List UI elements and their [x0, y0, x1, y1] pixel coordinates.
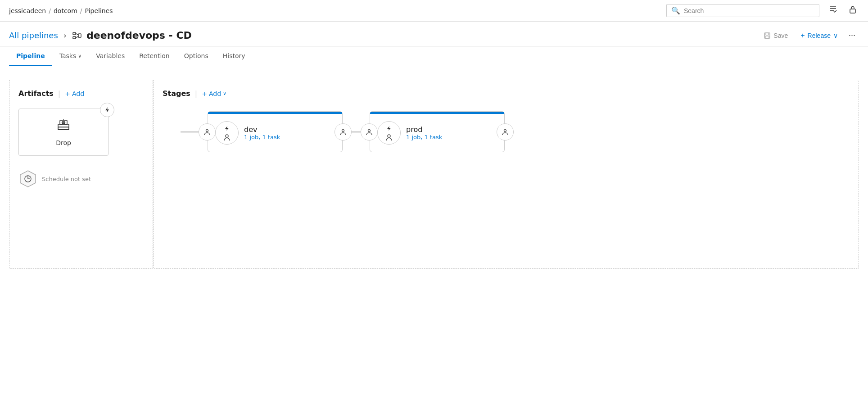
svg-rect-15: [64, 121, 67, 124]
search-box[interactable]: 🔍: [666, 4, 819, 17]
svg-line-7: [76, 33, 78, 35]
artifacts-header: Artifacts | + Add: [18, 89, 144, 98]
dev-post-deploy-button[interactable]: [335, 123, 352, 141]
save-label: Save: [773, 32, 788, 39]
dev-stage-wrapper: dev 1 job, 1 task: [208, 111, 343, 152]
page-header-right: Save + Release ∨ ···: [758, 28, 859, 43]
release-chevron-icon: ∨: [833, 32, 838, 39]
svg-rect-5: [73, 36, 76, 39]
artifact-lightning-badge[interactable]: [100, 103, 114, 117]
topbar: jessicadeen / dotcom / Pipelines 🔍: [0, 0, 868, 22]
svg-rect-13: [58, 127, 69, 130]
svg-rect-14: [60, 121, 63, 124]
stages-panel: Stages | + Add ∨: [153, 80, 859, 269]
release-button[interactable]: + Release ∨: [795, 29, 843, 42]
pipeline-title: deenofdevops - CD: [86, 30, 192, 41]
svg-marker-23: [225, 126, 229, 131]
breadcrumb-page[interactable]: Pipelines: [85, 7, 113, 14]
stages-header: Stages | + Add ∨: [163, 89, 850, 98]
artifacts-add-plus-icon: +: [65, 90, 70, 97]
stages-divider: |: [195, 89, 197, 98]
dev-pre-deploy-button[interactable]: [199, 123, 216, 141]
artifact-name: Drop: [56, 139, 71, 146]
breadcrumb-sep1: /: [49, 7, 51, 14]
release-plus-icon: +: [800, 32, 805, 40]
tab-history[interactable]: History: [216, 47, 253, 66]
svg-point-26: [342, 129, 344, 132]
dev-stage-meta[interactable]: 1 job, 1 task: [244, 134, 335, 141]
prod-post-deploy-button[interactable]: [497, 123, 514, 141]
artifacts-title: Artifacts: [18, 89, 54, 98]
stages-title: Stages: [163, 89, 190, 98]
prod-stage-meta[interactable]: 1 job, 1 task: [406, 134, 497, 141]
lock-icon-button[interactable]: [846, 3, 859, 18]
tab-retention[interactable]: Retention: [132, 47, 177, 66]
svg-rect-4: [73, 32, 76, 35]
page-header: All pipelines › deenofdevops - CD Save +…: [0, 22, 868, 47]
artifact-card-wrapper: Drop: [18, 109, 108, 165]
artifacts-panel: Artifacts | + Add: [9, 80, 153, 269]
prod-stage-card[interactable]: prod 1 job, 1 task: [370, 111, 505, 152]
prod-stage-name: prod: [406, 125, 497, 134]
svg-marker-27: [387, 126, 391, 131]
svg-point-29: [368, 129, 371, 132]
breadcrumb: jessicadeen / dotcom / Pipelines: [9, 7, 113, 14]
tasks-chevron-icon: ∨: [78, 53, 81, 59]
artifacts-add-link[interactable]: + Add: [65, 90, 84, 97]
schedule-hex-icon[interactable]: [18, 169, 37, 188]
tab-nav: Pipeline Tasks ∨ Variables Retention Opt…: [0, 47, 868, 66]
dev-stage-name: dev: [244, 125, 335, 134]
svg-rect-6: [78, 34, 81, 37]
svg-rect-3: [850, 9, 855, 13]
stages-row: dev 1 job, 1 task: [163, 111, 850, 152]
artifacts-add-label: Add: [72, 90, 84, 97]
dev-trigger-icon[interactable]: [215, 121, 239, 145]
search-input[interactable]: [684, 7, 814, 14]
svg-marker-12: [105, 107, 109, 113]
artifact-download-icon: [56, 118, 71, 136]
topbar-right: 🔍: [666, 3, 859, 18]
artifact-card[interactable]: Drop: [18, 109, 108, 156]
tab-tasks[interactable]: Tasks ∨: [52, 47, 89, 66]
stages-add-plus-icon: +: [202, 90, 207, 97]
artifacts-divider: |: [58, 89, 60, 98]
dev-stage-info: dev 1 job, 1 task: [244, 125, 335, 141]
all-pipelines-link[interactable]: All pipelines: [9, 31, 58, 40]
save-button[interactable]: Save: [758, 29, 793, 42]
dev-stage-body: dev 1 job, 1 task: [208, 114, 342, 152]
stages-add-link[interactable]: + Add ∨: [202, 90, 226, 97]
prod-stage-info: prod 1 job, 1 task: [406, 125, 497, 141]
tab-variables[interactable]: Variables: [89, 47, 132, 66]
breadcrumb-org[interactable]: dotcom: [54, 7, 77, 14]
svg-point-25: [206, 129, 208, 132]
tab-pipeline[interactable]: Pipeline: [9, 47, 52, 66]
prod-pre-deploy-button[interactable]: [361, 123, 378, 141]
tab-options[interactable]: Options: [177, 47, 216, 66]
schedule-row: Schedule not set: [18, 169, 144, 188]
breadcrumb-chevron: ›: [63, 31, 67, 40]
more-options-button[interactable]: ···: [845, 28, 859, 43]
release-label: Release: [808, 32, 831, 39]
svg-point-30: [504, 129, 506, 132]
svg-line-8: [76, 36, 78, 38]
dev-stage-card[interactable]: dev 1 job, 1 task: [208, 111, 343, 152]
breadcrumb-user[interactable]: jessicadeen: [9, 7, 46, 14]
breadcrumb-sep2: /: [80, 7, 82, 14]
prod-stage-wrapper: prod 1 job, 1 task: [370, 111, 505, 152]
svg-point-28: [388, 135, 390, 137]
schedule-label: Schedule not set: [42, 176, 91, 182]
search-icon: 🔍: [671, 6, 680, 15]
pipeline-icon: [72, 31, 82, 41]
stages-add-chevron-icon: ∨: [223, 91, 226, 96]
svg-point-24: [226, 135, 228, 137]
stages-add-label: Add: [209, 90, 221, 97]
page-header-left: All pipelines › deenofdevops - CD: [9, 30, 192, 41]
main-content: Artifacts | + Add: [0, 66, 868, 282]
prod-stage-body: prod 1 job, 1 task: [370, 114, 504, 152]
queue-icon-button[interactable]: [827, 3, 839, 18]
prod-trigger-icon[interactable]: [377, 121, 401, 145]
